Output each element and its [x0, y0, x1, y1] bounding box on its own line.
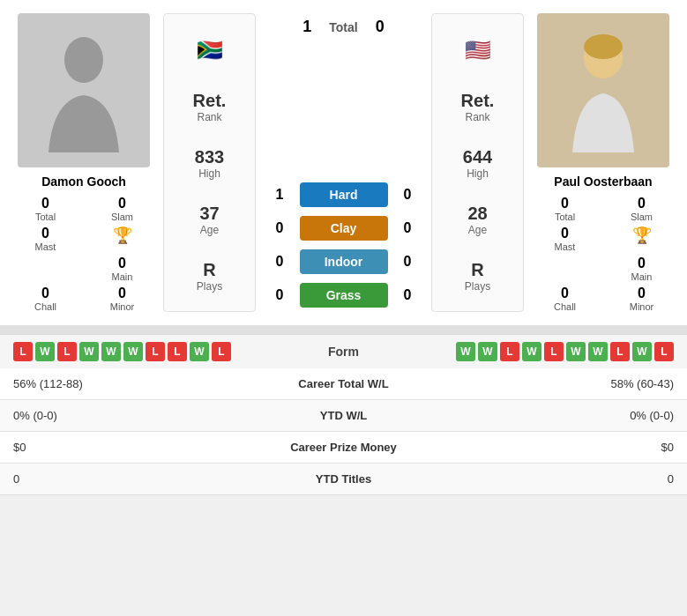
left-player-name: Damon Gooch	[41, 174, 126, 189]
stat-left-val: 56% (112-88)	[0, 368, 229, 400]
form-badge: L	[13, 342, 33, 361]
stats-row: 0 YTD Titles 0	[0, 464, 687, 495]
stats-table: 56% (112-88) Career Total W/L 58% (60-43…	[0, 368, 687, 495]
left-plays: R Plays	[197, 260, 222, 293]
surface-indoor: 0 Indoor 0	[265, 249, 422, 274]
stat-right-val: 58% (60-43)	[458, 368, 687, 400]
form-badge: W	[478, 342, 497, 361]
form-badge: W	[456, 342, 475, 361]
right-player-name: Paul Oosterbaan	[554, 174, 652, 189]
right-flag: 🇺🇸	[465, 38, 491, 63]
left-chall-stat: 0 Chall	[9, 286, 82, 312]
stat-right-val: 0	[458, 464, 687, 495]
left-age: 37 Age	[199, 204, 219, 236]
right-chall-stat: 0 Chall	[528, 286, 601, 312]
right-player-photo	[537, 13, 669, 167]
form-badge: L	[146, 342, 165, 361]
form-badge: L	[500, 342, 519, 361]
stat-center-label: YTD W/L	[229, 400, 458, 432]
right-player-stats: 0 Total 0 Slam 0 Mast 🏆 0 Main	[528, 196, 678, 312]
surface-clay: 0 Clay 0	[265, 216, 422, 241]
stat-right-val: $0	[458, 432, 687, 464]
right-age: 28 Age	[467, 204, 487, 236]
form-badge: W	[79, 342, 99, 361]
right-player-card: Paul Oosterbaan 0 Total 0 Slam 0 Mast 🏆	[528, 13, 678, 312]
main-container: Damon Gooch 0 Total 0 Slam 0 Mast 🏆	[0, 0, 687, 495]
right-rank: Ret. Rank	[461, 91, 495, 123]
surface-hard: 1 Hard 0	[265, 182, 422, 207]
left-minor-stat: 0 Minor	[86, 286, 159, 312]
form-section: LWLWWWLLWL Form WWLWLWWLWL	[0, 334, 687, 368]
right-main-spacer	[528, 256, 601, 282]
left-rank: Ret. Rank	[193, 91, 227, 123]
stat-left-val: 0% (0-0)	[0, 400, 229, 432]
form-badge: L	[57, 342, 77, 361]
right-main-stat: 0 Main	[605, 256, 678, 282]
form-badge: W	[522, 342, 541, 361]
right-trophy-section: 🏆	[605, 226, 678, 252]
left-trophy-icon: 🏆	[113, 226, 132, 245]
left-high: 833 High	[195, 147, 224, 180]
right-minor-stat: 0 Minor	[605, 286, 678, 312]
form-badge: W	[123, 342, 143, 361]
left-flag: 🇿🇦	[197, 38, 223, 63]
top-section: Damon Gooch 0 Total 0 Slam 0 Mast 🏆	[0, 0, 687, 325]
right-mast-stat: 0 Mast	[528, 226, 601, 252]
form-badge: W	[566, 342, 586, 361]
form-badge: W	[588, 342, 608, 361]
surface-rows: 1 Hard 0 0 Clay 0 0 Indoor 0 0 Grass	[265, 182, 422, 308]
left-form-badges: LWLWWWLLWL	[13, 342, 231, 361]
form-label: Form	[328, 345, 359, 359]
form-badge: W	[190, 342, 209, 361]
left-player-stats: 0 Total 0 Slam 0 Mast 🏆 0 Main	[9, 196, 159, 312]
surface-grass: 0 Grass 0	[265, 283, 422, 308]
right-high: 644 High	[463, 147, 492, 180]
indoor-badge: Indoor	[300, 249, 388, 274]
stat-center-label: YTD Titles	[229, 464, 458, 495]
form-badge: L	[610, 342, 630, 361]
left-player-photo	[18, 13, 150, 167]
stats-row: $0 Career Prize Money $0	[0, 432, 687, 464]
left-main-stat: 0 Main	[86, 256, 159, 282]
form-badge: W	[101, 342, 121, 361]
left-middle-panel: 🇿🇦 Ret. Rank 833 High 37 Age R Plays	[163, 13, 256, 312]
clay-badge: Clay	[300, 216, 388, 241]
svg-point-0	[64, 37, 103, 83]
stats-row: 0% (0-0) YTD W/L 0% (0-0)	[0, 400, 687, 432]
stat-center-label: Career Prize Money	[229, 432, 458, 464]
center-column: 1 Total 0 1 Hard 0 0 Clay 0 0 Indoor	[260, 13, 427, 312]
form-badge: L	[168, 342, 187, 361]
right-form-badges: WWLWLWWLWL	[456, 342, 674, 361]
form-badge: L	[544, 342, 564, 361]
right-slam-stat: 0 Slam	[605, 196, 678, 222]
stat-center-label: Career Total W/L	[229, 368, 458, 400]
stat-left-val: 0	[0, 464, 229, 495]
svg-point-2	[584, 34, 623, 59]
left-trophy-section: 🏆	[86, 226, 159, 252]
right-total-stat: 0 Total	[528, 196, 601, 222]
form-badge: L	[212, 342, 231, 361]
left-player-card: Damon Gooch 0 Total 0 Slam 0 Mast 🏆	[9, 13, 159, 312]
section-gap	[0, 325, 687, 334]
form-badge: W	[632, 342, 652, 361]
right-middle-panel: 🇺🇸 Ret. Rank 644 High 28 Age R Plays	[431, 13, 524, 312]
left-main-spacer	[9, 256, 82, 282]
hard-badge: Hard	[300, 182, 388, 207]
form-badge: L	[654, 342, 674, 361]
total-row: 1 Total 0	[265, 18, 422, 36]
form-badge: W	[35, 342, 55, 361]
stat-left-val: $0	[0, 432, 229, 464]
left-mast-stat: 0 Mast	[9, 226, 82, 252]
grass-badge: Grass	[300, 283, 388, 308]
stat-right-val: 0% (0-0)	[458, 400, 687, 432]
stats-row: 56% (112-88) Career Total W/L 58% (60-43…	[0, 368, 687, 400]
right-plays: R Plays	[465, 260, 490, 293]
left-slam-stat: 0 Slam	[86, 196, 159, 222]
right-trophy-icon: 🏆	[632, 226, 652, 245]
left-total-stat: 0 Total	[9, 196, 82, 222]
